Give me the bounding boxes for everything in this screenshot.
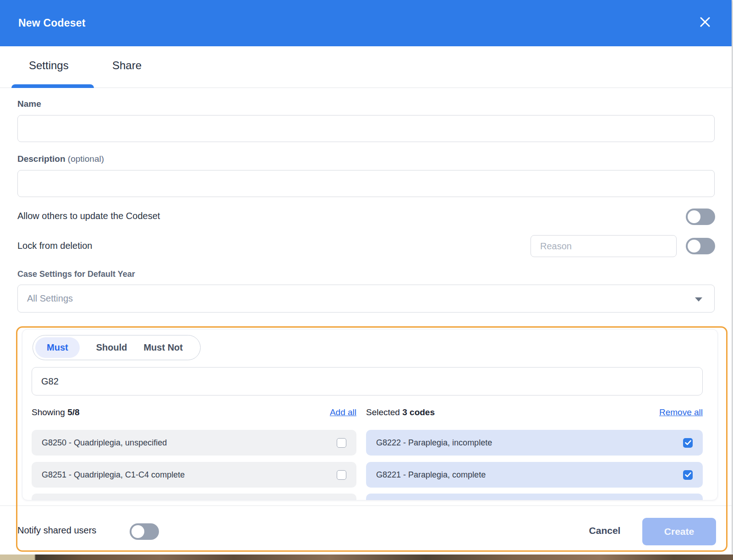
description-input[interactable] — [17, 170, 715, 197]
allow-update-toggle[interactable] — [686, 209, 715, 225]
code-label: G8251 - Quadriplegia, C1-C4 complete — [42, 470, 185, 480]
lock-deletion-toggle[interactable] — [686, 238, 715, 254]
allow-update-label: Allow others to update the Codeset — [17, 211, 160, 221]
available-code-row[interactable]: G8250 - Quadriplegia, unspecified — [32, 430, 356, 456]
checkbox-unchecked-icon[interactable] — [337, 438, 346, 448]
create-button[interactable]: Create — [642, 518, 716, 545]
mode-must-not-pill[interactable]: Must Not — [143, 342, 183, 353]
close-button[interactable] — [699, 16, 711, 29]
checkbox-unchecked-icon[interactable] — [337, 470, 346, 480]
lock-deletion-label: Lock from deletion — [17, 241, 92, 251]
available-code-row-partial[interactable] — [32, 494, 356, 500]
code-label: G8222 - Paraplegia, incomplete — [376, 438, 492, 448]
name-label: Name — [17, 99, 41, 109]
modal-header: New Codeset — [0, 0, 732, 46]
add-all-link[interactable]: Add all — [330, 407, 356, 417]
match-mode-pills: Must Should Must Not — [33, 335, 201, 360]
footer-divider — [0, 505, 732, 506]
close-icon — [700, 17, 710, 29]
reason-input[interactable] — [531, 235, 677, 257]
checkbox-checked-icon[interactable] — [683, 438, 693, 448]
tab-bar: Settings Share — [0, 46, 732, 88]
selected-codes-header: Selected 3 codes Remove all — [366, 407, 703, 417]
notify-shared-users-label: Notify shared users — [17, 525, 96, 536]
tab-share[interactable]: Share — [112, 59, 142, 72]
cancel-button[interactable]: Cancel — [575, 525, 635, 536]
case-settings-select[interactable]: All Settings — [17, 285, 715, 313]
screen: New Codeset Settings Share Name Descript… — [0, 0, 733, 560]
description-label: Description (optional) — [17, 154, 104, 164]
showing-count: Showing 5/8 — [32, 407, 80, 417]
tab-settings[interactable]: Settings — [29, 59, 69, 72]
description-optional-hint: (optional) — [68, 154, 104, 164]
chevron-down-icon — [695, 297, 702, 302]
available-codes-header: Showing 5/8 Add all — [32, 407, 356, 417]
new-codeset-modal: New Codeset Settings Share Name Descript… — [0, 0, 732, 555]
modal-title: New Codeset — [18, 17, 86, 29]
codes-section: Must Should Must Not Showing 5/8 Add all… — [22, 329, 718, 500]
background-photo-strip — [0, 555, 733, 560]
mode-should-pill[interactable]: Should — [96, 342, 127, 353]
selected-code-row-partial[interactable] — [366, 494, 703, 500]
case-settings-value: All Settings — [27, 293, 73, 304]
name-input[interactable] — [17, 115, 715, 142]
notify-shared-users-toggle[interactable] — [130, 523, 159, 540]
available-code-row[interactable]: G8251 - Quadriplegia, C1-C4 complete — [32, 462, 356, 488]
code-label: G8250 - Quadriplegia, unspecified — [42, 438, 167, 448]
mode-must-pill[interactable]: Must — [35, 337, 80, 358]
checkbox-checked-icon[interactable] — [683, 470, 693, 480]
active-tab-indicator — [11, 84, 94, 88]
toggle-knob — [131, 525, 144, 538]
toggle-knob — [688, 240, 700, 253]
code-label: G8221 - Paraplegia, complete — [376, 470, 486, 480]
selected-count: Selected 3 codes — [366, 407, 435, 417]
code-search-input[interactable] — [32, 367, 703, 395]
toggle-knob — [688, 210, 700, 223]
case-settings-label: Case Settings for Default Year — [17, 269, 135, 279]
remove-all-link[interactable]: Remove all — [659, 407, 703, 417]
selected-code-row[interactable]: G8221 - Paraplegia, complete — [366, 462, 703, 488]
selected-code-row[interactable]: G8222 - Paraplegia, incomplete — [366, 430, 703, 456]
